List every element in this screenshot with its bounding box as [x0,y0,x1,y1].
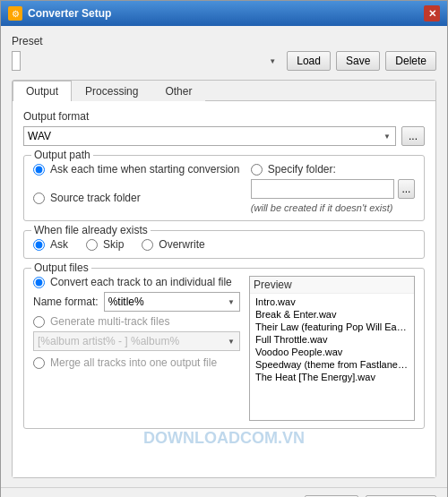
tab-content-output: Output format WAV MP3 FLAC OGG ... [13,101,435,477]
format-row: WAV MP3 FLAC OGG ... [23,126,425,146]
output-files-group: Output files Convert each track to an in… [23,268,425,429]
app-icon: ⚙ [8,6,22,21]
preview-list-item[interactable]: Intro.wav [250,296,414,308]
preset-delete-button[interactable]: Delete [385,51,436,71]
name-format-select[interactable]: %title% %artist% - %title% %track% - %ti… [104,292,240,312]
radio-individual-row: Convert each track to an individual file [33,276,240,288]
when-exists-group: When file already exists Ask Skip Ove [23,230,425,259]
output-format-group: Output format WAV MP3 FLAC OGG ... [23,110,425,146]
radio-individual-label: Convert each track to an individual file [50,276,232,288]
name-format-select-wrapper: %title% %artist% - %title% %track% - %ti… [104,292,240,312]
preset-load-button[interactable]: Load [287,51,331,71]
radio-individual[interactable] [33,277,45,288]
specify-input-row: ... [251,179,415,199]
radio-overwrite-label: Overwrite [159,238,204,251]
radio-multi-row: Generate multi-track files [33,315,240,328]
name-format-label: Name format: [33,296,99,308]
close-button[interactable]: ✕ [424,5,440,21]
radio-source-row: Source track folder [33,192,243,204]
radio-ask-label: Ask each time when starting conversion [50,163,239,176]
output-files-title: Output files [31,261,91,274]
preset-row: Load Save Delete [12,51,436,71]
radio-source-label: Source track folder [50,192,141,204]
tabs-header: Output Processing Other [13,81,435,101]
radio-skip-row: Skip [86,238,124,251]
when-exists-row: Ask Skip Overwrite [33,238,415,251]
preview-list-item[interactable]: Voodoo People.wav [250,346,414,358]
preset-save-button[interactable]: Save [336,51,380,71]
tab-output[interactable]: Output [13,81,72,101]
output-path-right: Specify folder: ... (will be created if … [251,163,415,213]
footer: More Settings OK Cancel [1,487,447,497]
format-dots-button[interactable]: ... [401,126,425,146]
title-bar-left: ⚙ Converter Setup [8,6,111,21]
preset-section: Preset Load Save Delete [12,35,436,71]
radio-skip-label: Skip [103,238,124,251]
radio-merge[interactable] [33,357,45,369]
preview-container: Intro.wavBreak & Enter.wavTheir Law (fea… [250,294,414,420]
radio-specify-row: Specify folder: [251,163,415,176]
window-title: Converter Setup [28,7,111,20]
preview-list-item[interactable]: The Heat [The Energy].wav [250,371,414,383]
radio-specify[interactable] [251,164,263,176]
preset-select-wrapper [12,51,281,71]
radio-overwrite[interactable] [142,239,153,251]
title-bar: ⚙ Converter Setup ✕ [1,1,447,26]
radio-merge-label: Merge all tracks into one output file [50,356,217,369]
tabs-container: Output Processing Other Output format WA… [12,80,436,478]
radio-skip[interactable] [86,239,98,251]
preview-list: Intro.wavBreak & Enter.wavTheir Law (fea… [250,294,414,420]
output-files-row: Convert each track to an individual file… [33,276,415,421]
preview-list-item[interactable]: Speedway (theme from Fastlane).wav [250,358,414,371]
name-format-row: Name format: %title% %artist% - %title% … [33,292,240,312]
preview-inner: Preview Intro.wavBreak & Enter.wavTheir … [250,277,414,420]
preset-label: Preset [12,35,436,47]
window-body: Preset Load Save Delete Output Processin… [1,26,447,487]
radio-overwrite-row: Overwrite [142,238,204,251]
output-path-title: Output path [31,149,93,161]
radio-merge-row: Merge all tracks into one output file [33,356,240,369]
preset-select[interactable] [12,51,21,71]
format-select-wrapper: WAV MP3 FLAC OGG [23,126,396,146]
radio-ask-exists-label: Ask [50,238,68,251]
output-files-left: Convert each track to an individual file… [33,276,240,421]
preview-list-item[interactable]: Full Throttle.wav [250,333,414,346]
preview-list-item[interactable]: Their Law (featuring Pop Will Eat Itself… [250,321,414,333]
preview-label: Preview [250,277,414,294]
radio-specify-label: Specify folder: [268,163,336,176]
specify-folder-input[interactable] [251,179,394,199]
radio-ask-exists-row: Ask [33,238,68,251]
specify-hint: (will be created if it doesn't exist) [251,202,415,213]
group-pattern-select[interactable]: [%album artist% - ] %album% [33,331,240,351]
preview-list-item[interactable]: Break & Enter.wav [250,308,414,321]
group-pattern-row: [%album artist% - ] %album% [33,331,240,351]
output-path-group: Output path Ask each time when starting … [23,155,425,221]
converter-setup-window: ⚙ Converter Setup ✕ Preset Load Save Del… [0,0,448,497]
specify-folder-col: Specify folder: ... (will be created if … [251,163,415,213]
tab-processing[interactable]: Processing [72,81,151,101]
specify-folder-dots-button[interactable]: ... [398,179,415,199]
output-path-two-col: Ask each time when starting conversion S… [33,163,415,213]
radio-ask-exists[interactable] [33,239,45,251]
group-pattern-wrapper: [%album artist% - ] %album% [33,331,240,351]
radio-multi-label: Generate multi-track files [50,315,169,328]
output-format-label: Output format [23,110,425,123]
format-select[interactable]: WAV MP3 FLAC OGG [23,126,396,146]
radio-ask[interactable] [33,164,45,176]
radio-multi[interactable] [33,316,45,328]
when-exists-title: When file already exists [31,224,151,236]
radio-ask-row: Ask each time when starting conversion [33,163,243,176]
tab-other[interactable]: Other [151,81,205,101]
radio-source[interactable] [33,193,45,204]
output-path-left: Ask each time when starting conversion S… [33,163,243,204]
preview-panel: Preview Intro.wavBreak & Enter.wavTheir … [249,276,415,421]
